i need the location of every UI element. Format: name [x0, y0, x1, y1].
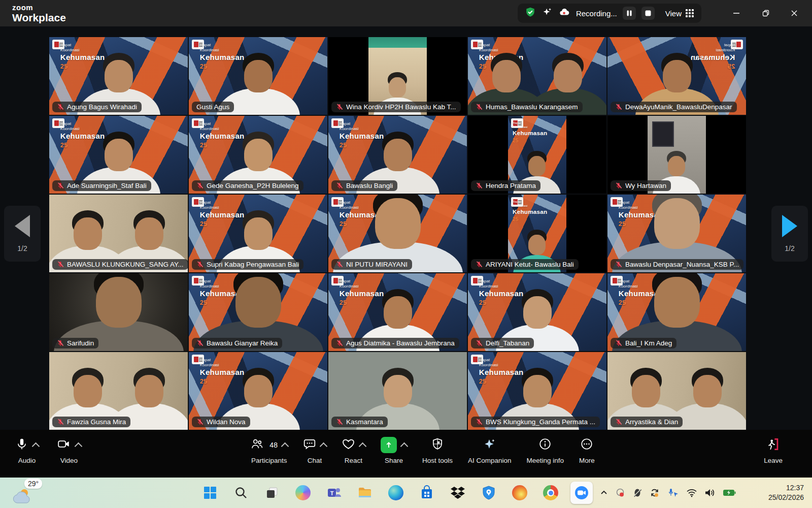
chevron-up-icon[interactable]: [75, 442, 83, 450]
participant-tile-bawaslu-bangli[interactable]: RapatKoordinasiKehumasan25Bawaslu Bangli: [328, 116, 467, 194]
participant-tile-agung-bagus-wirahadi[interactable]: RapatKoordinasiKehumasan25Agung Bagus Wi…: [49, 37, 188, 115]
participant-tile-agus-diatmika-bawaslu-jembrana[interactable]: RapatKoordinasiKehumasan25Agus Diatmika …: [328, 273, 467, 351]
taskbar-app-zoom[interactable]: [570, 482, 593, 504]
participant-name-tag: Hendra Pratama: [471, 180, 540, 191]
muted-mic-icon: [615, 418, 622, 426]
participants-button[interactable]: 48Participants: [250, 436, 288, 464]
participant-name: Ade Suarningsih_Staf Bali: [67, 182, 147, 189]
weather-temperature: 29°: [24, 479, 42, 489]
participant-tile-bws-klungkung-ganda-permata[interactable]: RapatKoordinasiKehumasan25BWS Klungkung_…: [468, 352, 606, 430]
close-button[interactable]: [782, 0, 807, 26]
background-slide-text: RapatKoordinasiKehumasan25: [513, 121, 547, 144]
participant-tile-bawaslu-gianyar-reika[interactable]: RapatKoordinasiKehumasan25Bawaslu Gianya…: [189, 273, 327, 351]
previous-page-button[interactable]: 1/2: [4, 206, 41, 262]
participant-tile-gede-ganesha-p2h-buleleng[interactable]: RapatKoordinasiKehumasan25Gede Ganesha_P…: [189, 116, 327, 194]
camera-icon: [57, 437, 71, 453]
participant-name-tag: Wina Kordiv HP2H Bawaslu Kab T...: [331, 102, 461, 112]
participant-tile-fawzia-gusna-mira[interactable]: Fawzia Gusna Mira: [49, 352, 188, 430]
host-tools-button[interactable]: Host tools: [422, 436, 453, 464]
participant-name: Gede Ganesha_P2H Buleleng: [207, 182, 299, 189]
participant-tile-dewaayumanik-bawasludenpasar[interactable]: RapatKoordinasiKehumasan25DewaAyuManik_B…: [607, 37, 746, 115]
view-button[interactable]: View: [665, 9, 694, 18]
chevron-up-icon[interactable]: [400, 442, 409, 450]
participant-tile-ade-suarningsih-staf-bali[interactable]: RapatKoordinasiKehumasan25Ade Suarningsi…: [49, 116, 188, 194]
security-shield-icon[interactable]: [525, 7, 536, 20]
ai-companion-button[interactable]: AI Companion: [468, 436, 512, 464]
chevron-up-icon[interactable]: [281, 442, 289, 450]
participant-tile-ni-putu-mirayani[interactable]: RapatKoordinasiKehumasan25NI PUTU MIRAYA…: [328, 195, 467, 272]
share-button[interactable]: Share: [381, 436, 407, 464]
taskbar-app-task-view[interactable]: [261, 482, 283, 504]
chevron-up-icon[interactable]: [320, 442, 328, 450]
participant-name-tag: Wy Hartawan: [611, 180, 671, 191]
participant-tile-wy-hartawan[interactable]: Wy Hartawan: [607, 116, 746, 194]
participant-tile-delfi-tabanan[interactable]: RapatKoordinasiKehumasan25Delfi_Tabanan: [468, 273, 606, 351]
tray-chevron-icon[interactable]: [600, 489, 608, 497]
participant-tile-wildan-nova[interactable]: RapatKoordinasiKehumasan25Wildan Nova: [189, 352, 327, 430]
participant-name: Bawaslu Gianyar Reika: [207, 339, 278, 347]
taskbar-app-firefox[interactable]: [509, 482, 531, 504]
chevron-up-icon[interactable]: [32, 442, 40, 450]
meeting-info-button[interactable]: Meeting info: [527, 436, 564, 464]
taskbar-app-file-explorer[interactable]: [354, 482, 376, 504]
recording-label: Recording...: [576, 9, 617, 18]
background-slide-text: RapatKoordinasiKehumasan25: [479, 358, 524, 386]
taskbar-app-start[interactable]: [199, 482, 221, 504]
taskbar-clock[interactable]: 12:37 25/02/2026: [768, 478, 804, 508]
chat-button[interactable]: Chat: [303, 436, 326, 464]
leave-button[interactable]: Leave: [764, 436, 783, 464]
taskbar-app-store[interactable]: [416, 482, 438, 504]
host-tools-label: Host tools: [422, 457, 453, 464]
ai-sparkle-icon[interactable]: [542, 7, 553, 20]
chevron-up-icon[interactable]: [359, 442, 367, 450]
participant-name-tag: Delfi_Tabanan: [471, 338, 534, 348]
participant-tile-sarifudin[interactable]: Sarifudin: [49, 273, 188, 351]
react-button[interactable]: React: [342, 436, 365, 464]
info-circle-icon: [538, 437, 552, 453]
participant-tile-bali-i-km-adeg[interactable]: RapatKoordinasiKehumasan25Bali_I Km Adeg: [607, 273, 746, 351]
minimize-button[interactable]: [724, 0, 749, 26]
participant-tile-kasmantara[interactable]: Kasmantara: [328, 352, 467, 430]
taskbar-app-search[interactable]: [230, 482, 252, 504]
mic-location-icon[interactable]: [667, 488, 679, 498]
audio-button[interactable]: Audio: [15, 436, 39, 464]
participant-tile-arryastika-dian[interactable]: Arryastika & Dian: [607, 352, 746, 430]
more-button[interactable]: More: [579, 436, 595, 464]
taskbar-app-defender[interactable]: [478, 482, 500, 504]
taskbar-app-teams[interactable]: T: [323, 482, 345, 504]
sync-icon[interactable]: [650, 488, 660, 498]
participant-tile-gusti-agus[interactable]: RapatKoordinasiKehumasan25Gusti Agus: [189, 37, 327, 115]
taskbar-app-dropbox[interactable]: [447, 482, 469, 504]
recording-dot-icon[interactable]: [615, 488, 625, 498]
audio-label: Audio: [18, 457, 36, 464]
meeting-info-label: Meeting info: [527, 457, 564, 464]
mouse-off-icon[interactable]: [632, 488, 642, 498]
video-button[interactable]: Video: [57, 436, 81, 464]
maximize-restore-button[interactable]: [753, 0, 779, 26]
dropbox-icon: [450, 485, 465, 500]
battery-icon[interactable]: [723, 489, 736, 497]
participant-name: BWS Klungkung_Ganda Permata ...: [486, 418, 595, 426]
wifi-icon[interactable]: [686, 488, 697, 497]
participant-name: Gusti Agus: [196, 103, 229, 111]
participant-tile-bawaslu-klungkung-sang-ay[interactable]: BAWASLU KLUNGKUNG_SANG AY...: [49, 195, 188, 272]
next-page-button[interactable]: 1/2: [771, 206, 808, 262]
participant-tile-ariyani-ketut-bawaslu-bali[interactable]: RapatKoordinasiKehumasan25ARIYANI Ketut-…: [468, 195, 606, 272]
muted-mic-icon: [476, 418, 483, 426]
participant-tile-hendra-pratama[interactable]: RapatKoordinasiKehumasan25Hendra Pratama: [468, 116, 606, 194]
pause-recording-button[interactable]: [623, 7, 636, 20]
clock-date: 25/02/2026: [768, 493, 804, 502]
stop-recording-button[interactable]: [641, 7, 655, 20]
weather-widget[interactable]: 29°: [11, 480, 47, 506]
participant-tile-bawaslu-denpasar-nuansa-ksb-p[interactable]: RapatKoordinasiKehumasan25Bawaslu Denpas…: [607, 195, 746, 272]
participant-tile-supri-kabag-pengawasan-bali[interactable]: RapatKoordinasiKehumasan25Supri Kabag Pe…: [189, 195, 327, 272]
participant-name: Arryastika & Dian: [625, 418, 678, 426]
muted-mic-icon: [57, 261, 64, 268]
background-slide-text: RapatKoordinasiKehumasan25: [619, 200, 663, 229]
volume-icon[interactable]: [704, 488, 716, 497]
taskbar-app-copilot[interactable]: [292, 482, 314, 504]
taskbar-app-chrome[interactable]: [539, 482, 562, 504]
participant-tile-wina-kordiv-hp2h-bawaslu-kab-t[interactable]: Wina Kordiv HP2H Bawaslu Kab T...: [328, 37, 467, 115]
taskbar-app-edge[interactable]: [385, 482, 407, 504]
participant-tile-humas-bawaslu-karangasem[interactable]: RapatKoordinasiKehumasan25Humas_Bawaslu …: [468, 37, 606, 115]
